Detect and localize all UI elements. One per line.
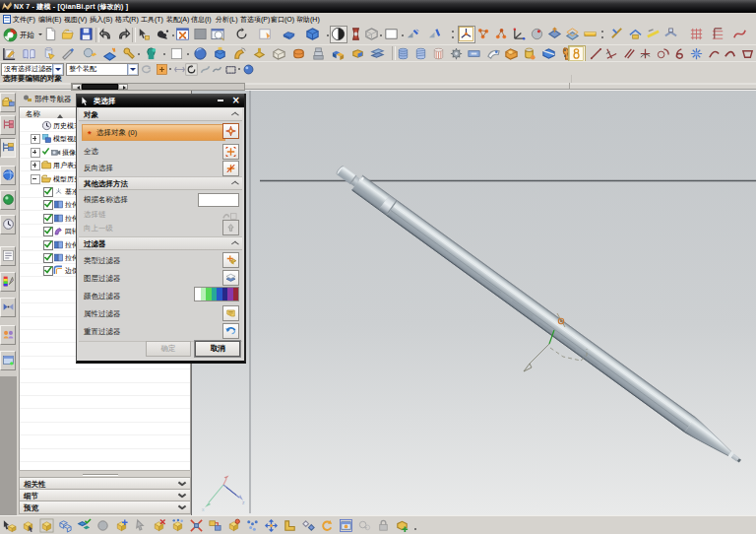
- extrude-icon[interactable]: [213, 46, 228, 62]
- resource-history-button[interactable]: [0, 215, 16, 234]
- sphere-cube-icon[interactable]: [83, 46, 98, 62]
- win-gear-icon[interactable]: [339, 518, 354, 534]
- curve-red-tool-icon[interactable]: [732, 27, 748, 42]
- section-header-other-methods[interactable]: 其他选择方法: [79, 177, 242, 190]
- menu-9[interactable]: 分析(L): [216, 14, 238, 25]
- measure3-icon[interactable]: [646, 27, 662, 42]
- dialog-minimize-button[interactable]: [218, 100, 223, 101]
- sphere-point-icon[interactable]: [530, 27, 545, 42]
- wave-blue-icon[interactable]: [208, 518, 223, 534]
- new-part-icon[interactable]: [43, 27, 59, 42]
- sketch-book-icon[interactable]: [22, 46, 37, 62]
- resource-system-views-button[interactable]: [0, 246, 16, 266]
- expand-icon[interactable]: [31, 161, 40, 170]
- menu-10[interactable]: 首选项(P): [240, 14, 270, 25]
- checkbox-checked-icon[interactable]: [43, 187, 53, 197]
- dim-cursor-icon[interactable]: [133, 518, 149, 534]
- scroll-left-button[interactable]: [72, 84, 82, 90]
- diamonds-icon[interactable]: [301, 518, 317, 534]
- resource-internet-explorer-button[interactable]: [0, 166, 16, 185]
- measure2-icon[interactable]: [628, 27, 644, 42]
- arc-circle-icon[interactable]: [656, 46, 671, 62]
- menu-2[interactable]: 编辑(E): [38, 14, 61, 25]
- axes-triad-icon[interactable]: [512, 27, 528, 42]
- dim-q-icon[interactable]: [357, 518, 373, 534]
- checkbox-checked-icon[interactable]: [43, 266, 53, 276]
- slab-pair-icon[interactable]: [370, 46, 386, 62]
- checkbox-checked-icon[interactable]: [43, 240, 53, 250]
- pan-icon[interactable]: [258, 27, 274, 42]
- open-icon[interactable]: [61, 27, 77, 42]
- filter-layer-button[interactable]: [222, 270, 239, 286]
- trim-cube-icon[interactable]: [541, 46, 557, 62]
- section-icon[interactable]: [282, 27, 297, 42]
- move-arrows-icon[interactable]: [264, 518, 280, 534]
- graphics-viewport[interactable]: x z: [192, 91, 756, 515]
- arc1-icon[interactable]: [707, 46, 723, 62]
- cyl-yellow-icon[interactable]: [522, 46, 537, 62]
- checkbox-checked-icon[interactable]: [43, 253, 53, 263]
- menu-6[interactable]: 工具(T): [141, 14, 163, 25]
- artistic-icon[interactable]: [348, 27, 364, 42]
- cubes-wire-icon[interactable]: [58, 518, 74, 534]
- two-cubes-icon[interactable]: [2, 46, 18, 62]
- save-icon[interactable]: [79, 27, 94, 42]
- section-预览[interactable]: 预览: [19, 501, 191, 514]
- wire-cube-icon[interactable]: [364, 27, 380, 42]
- snowflake-icon[interactable]: [689, 46, 705, 62]
- wedge-arrow-icon[interactable]: [102, 46, 118, 62]
- menu-4[interactable]: 插入(S): [90, 14, 112, 25]
- line-icon[interactable]: [589, 46, 604, 62]
- menu-7[interactable]: 装配(A): [166, 14, 189, 25]
- thread-cyl-icon[interactable]: [396, 46, 411, 62]
- cursor-tool-icon[interactable]: [136, 27, 152, 42]
- rotate-icon[interactable]: [234, 27, 250, 42]
- scroll-right-button[interactable]: [118, 84, 128, 90]
- move-face-icon[interactable]: [547, 27, 563, 42]
- measure4-icon[interactable]: [663, 27, 679, 42]
- dots-blue-icon[interactable]: [245, 518, 261, 534]
- dim-lock-icon[interactable]: [376, 518, 392, 534]
- sheet-white-icon[interactable]: [486, 46, 502, 62]
- checkbox-checked-icon[interactable]: [43, 227, 53, 236]
- green-tool-icon[interactable]: [395, 518, 410, 534]
- ybox-cursor-icon[interactable]: [21, 518, 36, 534]
- unite-cubes-icon[interactable]: [331, 46, 346, 62]
- up-one-level-button[interactable]: [222, 220, 239, 235]
- redo-icon[interactable]: [116, 27, 132, 42]
- dialog-close-button[interactable]: ×: [232, 95, 240, 105]
- resource-palette-button[interactable]: [0, 272, 16, 292]
- sketch-pencil-icon[interactable]: [61, 46, 77, 62]
- name-filter-input[interactable]: [198, 193, 239, 207]
- resource-reuse-library-button[interactable]: [0, 298, 16, 317]
- explode-red-icon[interactable]: [189, 518, 205, 534]
- csys-wcs-icon[interactable]: [458, 26, 475, 43]
- ybox-plus-icon[interactable]: [114, 518, 130, 534]
- circle-arrow-icon[interactable]: [320, 518, 336, 534]
- section-header-filters[interactable]: 过滤器: [79, 237, 242, 250]
- ybox-frame-icon[interactable]: [39, 518, 55, 534]
- datum-bar-icon[interactable]: [583, 27, 598, 42]
- select-object-button[interactable]: [222, 123, 239, 139]
- collapse-icon[interactable]: [31, 174, 40, 184]
- expand-icon[interactable]: [31, 134, 40, 144]
- point-curve-icon[interactable]: [638, 46, 654, 62]
- expand-icon[interactable]: [31, 148, 40, 158]
- filter-type-button[interactable]: [222, 252, 239, 268]
- parallel-lines-icon[interactable]: [622, 46, 638, 62]
- menu-11[interactable]: 窗口(O): [271, 14, 294, 25]
- cancel-button[interactable]: 取消: [195, 341, 240, 357]
- invert-row[interactable]: 反向选择: [79, 160, 242, 175]
- menu-3[interactable]: 视图(V): [64, 14, 87, 25]
- boss-orange-icon[interactable]: [291, 46, 307, 62]
- scroll-thumb[interactable]: [82, 84, 118, 90]
- constraint-dots2-icon[interactable]: [494, 27, 510, 42]
- ybox-ball-icon[interactable]: [226, 518, 242, 534]
- fit-view-icon[interactable]: [211, 27, 226, 42]
- sphere-dim-icon[interactable]: [95, 518, 111, 534]
- dialog-rail-scrollbar[interactable]: [71, 83, 245, 91]
- spanner-icon[interactable]: [122, 46, 138, 62]
- l-yellow-icon[interactable]: [283, 518, 298, 534]
- box-orange-icon[interactable]: [504, 46, 520, 62]
- menu-1[interactable]: 文件(F): [13, 14, 35, 25]
